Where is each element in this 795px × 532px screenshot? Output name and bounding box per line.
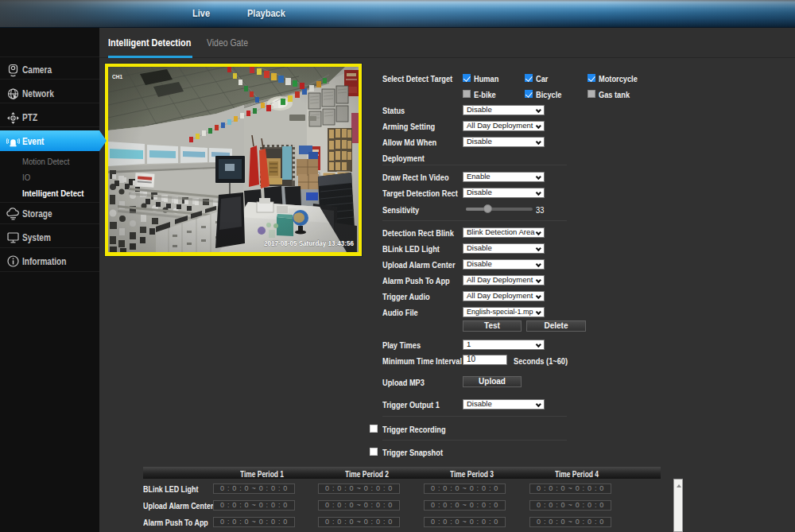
svg-text:CH1: CH1 [112,74,122,80]
svg-text:2017-08-05 Saturday 13:43:56: 2017-08-05 Saturday 13:43:56 [264,239,354,247]
